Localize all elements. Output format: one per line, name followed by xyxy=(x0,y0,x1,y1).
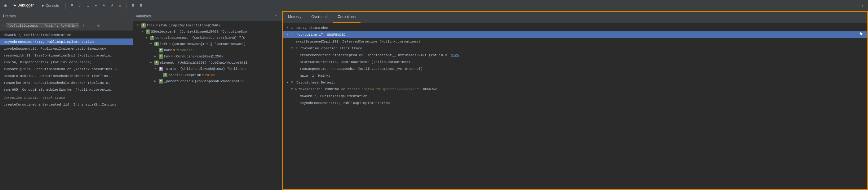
toolbar: ◉ ▶ Debugger ▶ Console ≡ ⤴ ⤵ ⤶ ⤷ ⚡ ↺ ⊞ ⊟… xyxy=(0,0,868,11)
tab-debugger[interactable]: ▶ Debugger xyxy=(10,2,37,9)
var-row: ▼ f this = {PublicApiImplementation@1346… xyxy=(133,22,282,29)
coroutine-selector-dropdown[interactable]: "DefaultDispatc..."main": RUNNING ▼ xyxy=(6,23,80,28)
frame-item[interactable]: run:665, CoroutineScheduler$Worker (kotl… xyxy=(0,86,133,93)
var-value: {JobImpl@1550} "JobImpl{Active}@3l xyxy=(178,60,247,65)
var-type-icon: b xyxy=(159,67,163,71)
coroutine-list-icon: ≡ xyxy=(291,32,296,38)
tab-overhead[interactable]: Overhead xyxy=(306,12,333,23)
evaluate-icon[interactable]: ⚡ xyxy=(109,2,115,9)
var-eq: = xyxy=(175,60,177,65)
var-toggle[interactable]: ▼ xyxy=(137,23,142,28)
grid-icon[interactable]: ⊞ xyxy=(130,2,136,9)
coroutine-frame-row[interactable]: doWork:7, PublicApiImplementation xyxy=(283,93,867,100)
frames-selector: ✓ "DefaultDispatc..."main": RUNNING ▼ ↑ … xyxy=(0,21,133,30)
cursor-icon xyxy=(860,32,863,35)
tab-console[interactable]: ▶ Console xyxy=(39,2,62,9)
list-icon[interactable]: ≡ xyxy=(69,2,75,9)
var-type-icon: f xyxy=(159,79,163,83)
coroutine-row[interactable]: ▼ ≡ "coroutine:1": SUSPENDED xyxy=(283,31,867,38)
frame-item[interactable]: resumeWith:33, BaseContinuationImpl (kot… xyxy=(0,52,133,59)
more-icon[interactable]: ⋮ xyxy=(859,2,866,9)
running-icon: ▶ xyxy=(296,86,297,92)
console-tab-label: Console xyxy=(45,3,59,8)
app-icon: ◉ xyxy=(2,2,9,9)
group-toggle[interactable]: ▼ xyxy=(287,80,291,86)
step-out-icon[interactable]: ⤶ xyxy=(93,2,99,9)
frame-text: asynchronousWork:11, PublicApiImplementa… xyxy=(300,100,390,106)
group-name: Dispatchers.Default xyxy=(297,80,335,86)
var-toggle[interactable]: ▶ xyxy=(154,54,159,59)
tab-coroutines[interactable]: Coroutines xyxy=(333,12,361,23)
group-list-icon: ≡ xyxy=(291,25,296,31)
frames-down-button[interactable]: ↓ xyxy=(88,23,94,29)
coroutine-section-row: ▼ ≡ Coroutine creation stack trace xyxy=(283,45,867,52)
layout-icon[interactable]: ⊟ xyxy=(138,2,144,9)
variables-list: ▼ f this = {PublicApiImplementation@1346… xyxy=(133,21,282,190)
frame-item[interactable]: run:56, DispatchedTask (kotlinx.coroutin… xyxy=(0,59,133,66)
coroutine-frame-row[interactable]: startCoroutine:114, ContinuationKt (kotl… xyxy=(283,59,867,65)
var-name: key xyxy=(164,54,170,59)
frame-section-header: Coroutine creation stack trace xyxy=(0,94,133,101)
var-row: ▼ f $$delegate_0 = {ContextScope@1540} "… xyxy=(133,29,282,35)
add-watch-button[interactable]: + xyxy=(273,13,279,19)
section-name: Coroutine creation stack trace xyxy=(301,45,362,52)
tab-memory[interactable]: Memory xyxy=(283,12,306,23)
coroutine-frame-row[interactable]: createCoroutineUnintercepted:81, Intrins… xyxy=(283,52,867,59)
frame-item[interactable]: createCoroutineUnintercepted:116, Intrin… xyxy=(0,101,133,108)
frames-up-button[interactable]: ↑ xyxy=(81,23,87,29)
coroutine-group-row[interactable]: ▼ ≡ Dispatchers.Default xyxy=(283,79,867,86)
frame-item[interactable]: executeTask:738, CoroutineScheduler$Work… xyxy=(0,73,133,80)
step-over-icon[interactable]: ⤴ xyxy=(77,2,83,9)
var-name: left xyxy=(160,41,168,47)
frame-item[interactable]: asynchronousWork:11, PublicApiImplementa… xyxy=(0,38,133,45)
frame-item[interactable]: doWork:7, PublicApiImplementation xyxy=(0,32,133,38)
resume-icon[interactable]: ↺ xyxy=(117,2,123,9)
var-name: this xyxy=(147,23,155,28)
section-toggle[interactable]: ▼ xyxy=(291,45,296,52)
frame-item[interactable]: runSafely:571, CoroutineScheduler (kotli… xyxy=(0,66,133,73)
var-type-icon: f xyxy=(154,42,159,46)
var-toggle[interactable]: ▼ xyxy=(146,35,150,41)
var-toggle[interactable]: ▶ xyxy=(150,60,154,65)
group-toggle[interactable]: ▶ xyxy=(287,25,291,31)
run-to-cursor-icon[interactable]: ⤷ xyxy=(101,2,107,9)
var-eq: = xyxy=(156,23,158,28)
frame-item[interactable]: runWorker:678, CoroutineScheduler$Worker… xyxy=(0,80,133,86)
coroutine-running-row[interactable]: ▼ ▶ "Example:2": RUNNING on thread "Defa… xyxy=(283,86,867,93)
var-value: {CoroutineName$Key@1256} xyxy=(174,54,223,59)
var-eq: = xyxy=(168,41,171,47)
var-row: ▼ f left = {CoroutineName@1353} "Corouti… xyxy=(133,41,282,47)
frame-text: doWork:7, PublicApiImplementation xyxy=(300,93,367,99)
coroutine-toggle[interactable]: ▼ xyxy=(287,32,291,38)
var-type-icon: f xyxy=(142,23,146,28)
coroutine-group-row[interactable]: ▶ ≡ Empty dispatcher xyxy=(283,25,867,31)
running-text: "Example:2": RUNNING on thread "DefaultD… xyxy=(298,86,437,92)
coroutine-frame-row[interactable]: await$suspendImpl:101, DeferredCoroutine… xyxy=(283,38,867,45)
var-name: coroutineContext xyxy=(155,35,188,41)
var-toggle[interactable]: ▼ xyxy=(142,29,146,34)
coroutine-frame-row[interactable]: asynchronousWork:11, PublicApiImplementa… xyxy=(283,100,867,107)
var-row: f name = "Example" xyxy=(133,47,282,53)
var-value: {ChildHandleNode@1553} "ChildHan xyxy=(180,66,246,72)
var-name: element xyxy=(160,60,174,65)
running-toggle[interactable]: ▼ xyxy=(291,86,296,92)
var-toggle[interactable]: ▼ xyxy=(154,66,159,72)
coroutine-frame-row[interactable]: main:-1, MainKt xyxy=(283,72,867,79)
main-area: Frames ✓ "DefaultDispatc..."main": RUNNI… xyxy=(0,11,868,190)
var-eq: = xyxy=(173,48,175,53)
variables-title: Variables xyxy=(136,14,151,18)
var-row: ▶ f key = {CoroutineName$Key@1256} xyxy=(133,53,282,60)
selector-label: "DefaultDispatc..."main": RUNNING xyxy=(7,24,75,28)
frame-item[interactable]: invokeSuspend:16, PublicApiImplementatio… xyxy=(0,45,133,52)
var-value: {NonDisposableHandle@155 xyxy=(194,79,243,84)
debugger-tab-label: Debugger xyxy=(18,3,34,7)
var-toggle[interactable]: ▼ xyxy=(150,41,154,47)
var-type-icon: f xyxy=(159,48,163,52)
step-into-icon[interactable]: ⤵ xyxy=(85,2,91,9)
var-name: handlesException xyxy=(168,72,201,78)
coroutines-tabs: Memory Overhead Coroutines xyxy=(283,12,867,23)
coroutine-frame-row[interactable]: runSuspend:19, RunSuspendKt (kotlin.coro… xyxy=(283,65,867,72)
frames-filter-button[interactable]: ⊘ xyxy=(95,23,102,29)
view-source-link[interactable]: View xyxy=(451,52,459,58)
var-toggle[interactable]: ▶ xyxy=(154,79,159,84)
